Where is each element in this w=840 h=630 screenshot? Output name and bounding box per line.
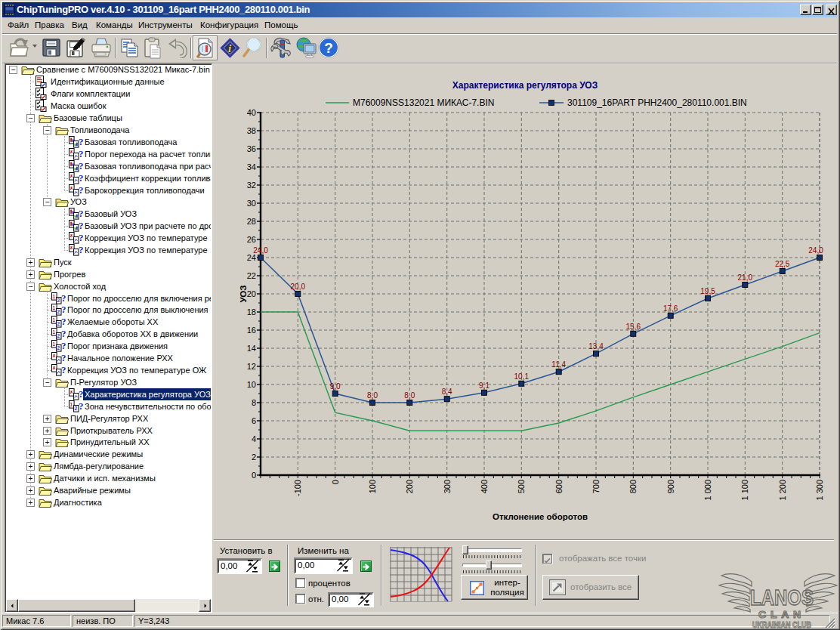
svg-text:?: ? <box>79 244 84 255</box>
svg-text:8,0: 8,0 <box>367 391 378 400</box>
svg-text:15,6: 15,6 <box>626 323 641 331</box>
svg-text:0: 0 <box>331 480 340 484</box>
svg-text:2: 2 <box>252 452 256 462</box>
svg-text:200: 200 <box>405 480 414 493</box>
svg-text:19,5: 19,5 <box>700 287 715 295</box>
svg-text:10,1: 10,1 <box>514 372 530 381</box>
svg-text:2: 2 <box>57 345 60 351</box>
svg-text:6: 6 <box>252 416 256 425</box>
svg-text:34: 34 <box>247 162 256 171</box>
svg-text:?: ? <box>324 40 333 56</box>
svg-text:1: 1 <box>53 294 56 299</box>
svg-text:20,0: 20,0 <box>291 283 306 291</box>
svg-text:38: 38 <box>247 126 256 135</box>
svg-text:0: 0 <box>252 471 256 480</box>
svg-text:500: 500 <box>517 480 526 493</box>
svg-text:-100: -100 <box>293 480 302 496</box>
svg-text:16: 16 <box>247 326 256 335</box>
svg-text:22,5: 22,5 <box>775 260 790 268</box>
svg-text:8: 8 <box>252 398 256 407</box>
svg-text:21,0: 21,0 <box>738 273 753 282</box>
svg-text:?: ? <box>79 232 84 243</box>
svg-text:UKRAINIAN CLUB: UKRAINIAN CLUB <box>752 621 811 629</box>
svg-text:8,0: 8,0 <box>404 391 415 400</box>
svg-text:600: 600 <box>554 480 564 493</box>
svg-text:2: 2 <box>57 298 60 303</box>
svg-text:М76009NSS132021 МИКАС-7.BIN: М76009NSS132021 МИКАС-7.BIN <box>353 97 494 108</box>
svg-text:1: 1 <box>53 305 56 310</box>
svg-text:?: ? <box>79 160 84 171</box>
svg-text:11,4: 11,4 <box>551 360 566 369</box>
svg-text:2: 2 <box>57 321 60 326</box>
svg-text:?: ? <box>79 220 84 231</box>
svg-text:1 100: 1 100 <box>740 480 749 501</box>
svg-text:800: 800 <box>628 480 638 493</box>
svg-text:26: 26 <box>247 235 256 244</box>
svg-text:10: 10 <box>247 380 256 389</box>
svg-text:?: ? <box>61 304 66 315</box>
svg-text:?: ? <box>79 172 84 184</box>
svg-text:1: 1 <box>53 317 56 323</box>
svg-text:36: 36 <box>247 144 256 153</box>
svg-text:Отклонение оборотов: Отклонение оборотов <box>493 512 588 521</box>
svg-text:17,6: 17,6 <box>663 304 678 313</box>
svg-text:?: ? <box>61 364 66 375</box>
svg-text:?: ? <box>79 136 84 147</box>
svg-text:CLAN: CLAN <box>758 610 805 620</box>
svg-text:?: ? <box>79 184 84 196</box>
svg-text:?: ? <box>79 148 84 159</box>
svg-text:301109_16PART РНН2400_280110.0: 301109_16PART РНН2400_280110.001.BIN <box>567 97 747 108</box>
svg-text:24,0: 24,0 <box>808 246 823 255</box>
svg-text:УОЗ: УОЗ <box>239 285 248 302</box>
svg-text:2: 2 <box>75 406 78 411</box>
svg-text:22: 22 <box>247 271 256 280</box>
svg-text:?: ? <box>79 208 84 219</box>
svg-text:28: 28 <box>247 217 256 226</box>
svg-text:1 300: 1 300 <box>815 480 824 501</box>
svg-text:40: 40 <box>247 108 256 117</box>
svg-text:9,0: 9,0 <box>330 382 341 391</box>
svg-text:?: ? <box>61 340 66 351</box>
svg-text:1: 1 <box>53 341 56 347</box>
svg-text:LANOS: LANOS <box>750 585 814 610</box>
svg-text:1 200: 1 200 <box>778 480 787 501</box>
svg-text:?: ? <box>79 400 84 412</box>
svg-text:700: 700 <box>591 480 601 493</box>
svg-text:9,1: 9,1 <box>479 381 489 390</box>
svg-text:100: 100 <box>368 480 377 493</box>
svg-text:24,0: 24,0 <box>253 246 268 255</box>
svg-text:1: 1 <box>53 329 56 335</box>
svg-text:30: 30 <box>247 199 256 208</box>
svg-text:13,4: 13,4 <box>588 342 604 351</box>
svg-text:4: 4 <box>252 434 256 443</box>
svg-text:18: 18 <box>247 307 256 317</box>
svg-text:8,4: 8,4 <box>442 388 452 396</box>
svg-text:2: 2 <box>57 309 60 314</box>
svg-text:Характеристика регулятора УОЗ: Характеристика регулятора УОЗ <box>452 80 598 91</box>
svg-text:?: ? <box>61 292 66 304</box>
svg-text:12: 12 <box>247 362 256 371</box>
svg-text:1: 1 <box>70 402 73 407</box>
svg-text:?: ? <box>61 316 66 327</box>
svg-text:?: ? <box>61 352 66 363</box>
svg-text:20: 20 <box>247 289 256 298</box>
svg-text:400: 400 <box>480 480 489 493</box>
svg-text:300: 300 <box>443 480 452 493</box>
svg-text:32: 32 <box>247 181 256 190</box>
svg-text:14: 14 <box>247 344 256 353</box>
svg-text:2: 2 <box>57 333 60 338</box>
svg-text:?: ? <box>61 328 66 339</box>
svg-text:900: 900 <box>666 480 675 493</box>
svg-text:1 000: 1 000 <box>703 480 712 501</box>
